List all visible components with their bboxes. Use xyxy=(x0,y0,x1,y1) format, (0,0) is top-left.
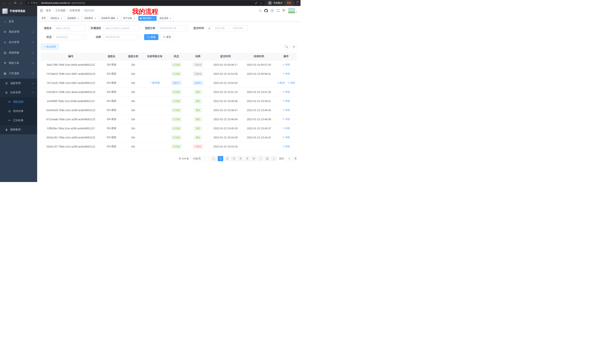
page-size-select[interactable]: 10条/页 xyxy=(191,156,209,161)
font-size-small-glyph: T xyxy=(284,10,285,12)
page-ellipsis-button[interactable]: ··· xyxy=(258,156,263,161)
cell-status: 已完成 xyxy=(165,60,187,69)
cancel-link[interactable]: ⊘取消 xyxy=(278,81,285,85)
sidebar-item-process-management[interactable]: ≣ 流程管理 xyxy=(0,79,37,88)
cell-id: 67c2eaab-7b9a-11ec-a290-acde48001122 xyxy=(41,115,101,124)
process-category-select[interactable]: 请选择流程分类 xyxy=(158,25,188,31)
close-icon[interactable]: × xyxy=(94,17,97,20)
update-button[interactable]: 更新 xyxy=(284,1,294,5)
current-task-link[interactable]: 一级审批 xyxy=(150,81,160,84)
detail-link[interactable]: ✎详情 xyxy=(282,118,290,121)
home-icon: ⌂ xyxy=(3,20,7,23)
close-icon[interactable]: × xyxy=(77,17,80,20)
process-definition-input[interactable] xyxy=(103,25,140,31)
sidebar-item-devtools[interactable]: ⚒ 研发工具 xyxy=(0,58,37,68)
refresh-icon: ↻ xyxy=(293,45,295,48)
tab-initiate-process[interactable]: 发起流程 × xyxy=(158,16,173,21)
sidebar-item-done-tasks[interactable]: ✂ 已办任务 xyxy=(0,116,37,125)
detail-link[interactable]: ✎详情 xyxy=(282,108,290,112)
page-button-2[interactable]: 2 xyxy=(224,156,230,161)
incognito-badge: 无痕模式 xyxy=(268,1,282,5)
process-name-input-field[interactable] xyxy=(56,27,83,30)
page-button-1[interactable]: 1 xyxy=(218,156,223,161)
tab-process-form-edit[interactable]: 流程表单-编辑 × xyxy=(99,16,120,21)
close-icon[interactable]: × xyxy=(133,17,136,20)
sidebar-item-todo-tasks[interactable]: ◎ 待办任务 xyxy=(0,106,37,116)
refresh-table-button[interactable]: ↻ xyxy=(291,44,297,49)
breadcrumb-home[interactable]: 首页 xyxy=(46,9,51,12)
tasks-icon: ⊞ xyxy=(4,91,9,94)
process-definition-input-field[interactable] xyxy=(105,27,138,30)
sidebar-item-system[interactable]: ⚙ 系统管理 xyxy=(0,27,37,37)
detail-link[interactable]: ✎详情 xyxy=(288,81,295,85)
sidebar-item-task-management[interactable]: ⊞ 任务管理 xyxy=(0,88,37,97)
filter-row-2: 状态 请选择状态 结果 请选择流结果 搜索 xyxy=(41,34,297,40)
browser-menu-icon[interactable]: ⋮ xyxy=(295,1,299,5)
page-button-4[interactable]: 4 xyxy=(238,156,243,161)
tab-process-model[interactable]: 流程模型 × xyxy=(66,16,81,21)
sidebar-item-workflow[interactable]: ▦ 工作流程 xyxy=(0,68,37,79)
result-select[interactable]: 请选择流结果 xyxy=(103,34,140,40)
page-button-5[interactable]: 5 xyxy=(244,156,250,161)
sidebar-item-leave-query[interactable]: ♟ 请假查询 xyxy=(0,125,37,134)
detail-link[interactable]: ✎详情 xyxy=(282,145,290,148)
reset-button[interactable]: ↻ 重置 xyxy=(160,34,174,40)
github-icon[interactable] xyxy=(264,9,268,12)
tab-user-group[interactable]: 用户分组 × xyxy=(121,16,137,21)
tab-label: 用户分组 xyxy=(123,17,132,20)
cell-actions: ✎详情 xyxy=(276,87,297,96)
tab-process-definition[interactable]: 流程定义 × xyxy=(49,16,64,21)
tab-my-process[interactable]: 我的流程 × xyxy=(138,16,157,21)
detail-link[interactable]: ✎详情 xyxy=(282,72,290,76)
plus-icon: + xyxy=(44,46,45,48)
submit-time-range-picker[interactable]: ▦ 开始日期 - 结束日期 xyxy=(206,25,248,31)
key-icon[interactable] xyxy=(255,1,258,5)
browser-reload-button[interactable]: ↻ xyxy=(13,1,18,5)
tab-process-form[interactable]: 流程表单 × xyxy=(82,16,98,21)
close-icon[interactable]: × xyxy=(116,17,119,20)
close-icon[interactable]: × xyxy=(169,17,172,20)
browser-forward-button[interactable]: → xyxy=(7,1,12,5)
sidebar-item-payment[interactable]: ¥ 支付管理 xyxy=(0,37,37,48)
next-page-button[interactable]: › xyxy=(271,156,277,161)
address-bar[interactable]: ⚠ 不安全 | dashboard.yudao.iocoder.cn /bpm/… xyxy=(25,1,265,5)
detail-link[interactable]: ✎详情 xyxy=(282,99,290,103)
help-icon[interactable]: ? xyxy=(270,9,274,12)
detail-link[interactable]: ✎详情 xyxy=(282,127,290,130)
sidebar-item-home[interactable]: ⌂ 首页 xyxy=(0,16,37,27)
search-button[interactable]: 搜索 xyxy=(144,34,159,40)
detail-label: 详情 xyxy=(285,63,290,67)
sidebar-logo[interactable]: 芋道管理系统 xyxy=(0,6,37,16)
page-button-6[interactable]: 6 xyxy=(251,156,257,161)
user-avatar[interactable]: ▾ xyxy=(288,8,297,13)
browser-home-button[interactable]: ⌂ xyxy=(19,1,23,5)
submit-time-label: 提交时间 xyxy=(193,27,204,30)
bookmark-star-icon[interactable]: ☆ xyxy=(259,1,263,5)
goto-page-input[interactable] xyxy=(285,156,293,161)
detail-link[interactable]: ✎详情 xyxy=(282,63,290,67)
column-header-end-time: 结束时间 xyxy=(242,53,275,60)
page-button-3[interactable]: 3 xyxy=(231,156,237,161)
sidebar-item-infrastructure[interactable]: ▤ 基础设施 xyxy=(0,48,37,58)
process-name-input[interactable] xyxy=(54,25,85,31)
font-size-icon[interactable]: T T xyxy=(282,9,285,12)
detail-link[interactable]: ✎详情 xyxy=(282,90,290,94)
browser-back-button[interactable]: ← xyxy=(2,1,6,5)
sidebar-menu: ⌂ 首页 ⚙ 系统管理 ¥ 支付管理 ▤ 基础设施 ⚒ 研发工具 xyxy=(0,16,37,134)
breadcrumb-workflow[interactable]: 工作流程 xyxy=(55,9,66,12)
prev-page-button[interactable]: ‹ xyxy=(211,156,217,161)
fullscreen-icon[interactable] xyxy=(277,9,280,12)
status-select[interactable]: 请选择状态 xyxy=(54,34,85,40)
tab-home[interactable]: 首页 xyxy=(40,16,48,21)
close-icon[interactable]: × xyxy=(152,17,155,20)
hamburger-icon[interactable]: ☰ xyxy=(40,9,43,13)
breadcrumb-task-management[interactable]: 任务管理 xyxy=(70,9,80,12)
page-button-11[interactable]: 11 xyxy=(264,156,270,161)
column-header-current-task: 当前审批任务 xyxy=(144,53,165,60)
show-search-button[interactable] xyxy=(284,44,289,49)
initiate-process-button[interactable]: + 发起流程 xyxy=(41,44,59,50)
search-icon[interactable] xyxy=(259,9,261,12)
close-icon[interactable]: × xyxy=(60,17,63,20)
sidebar-item-my-process[interactable]: ✉ 我的流程 xyxy=(0,97,37,106)
detail-link[interactable]: ✎详情 xyxy=(282,136,290,139)
